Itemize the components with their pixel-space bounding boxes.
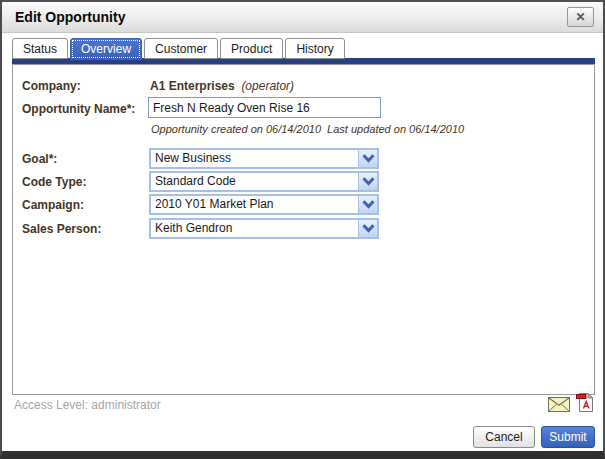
email-icon[interactable] (548, 397, 570, 412)
code-type-select[interactable]: Standard Code (149, 171, 379, 192)
sales-person-select-value: Keith Gendron (151, 220, 358, 237)
tab-customer[interactable]: Customer (144, 38, 218, 59)
goal-select-value: New Business (151, 150, 358, 167)
campaign-select-trigger[interactable] (358, 196, 377, 213)
access-level-text: Access Level: administrator (14, 398, 161, 412)
chevron-down-icon (362, 224, 375, 233)
form-panel: Company: A1 Enterprises (operator) Oppor… (12, 64, 595, 395)
footer-icon-row (548, 392, 594, 412)
goal-select[interactable]: New Business (149, 148, 379, 169)
tab-overview[interactable]: Overview (70, 38, 142, 60)
cancel-button[interactable]: Cancel (473, 426, 535, 448)
close-icon: ✕ (575, 10, 585, 24)
close-button[interactable]: ✕ (567, 7, 594, 27)
opportunity-name-label: Opportunity Name*: (22, 102, 135, 116)
chevron-down-icon (362, 200, 375, 209)
company-operator-text: (operator) (241, 79, 294, 93)
sales-person-select[interactable]: Keith Gendron (149, 218, 379, 239)
code-type-select-trigger[interactable] (358, 173, 377, 190)
sales-person-label: Sales Person: (22, 222, 101, 236)
campaign-select-value: 2010 Y01 Market Plan (151, 196, 358, 213)
company-value: A1 Enterprises (operator) (150, 79, 294, 93)
goal-label: Goal*: (22, 152, 57, 166)
dialog-button-row: Cancel Submit (473, 426, 595, 448)
campaign-select[interactable]: 2010 Y01 Market Plan (149, 194, 379, 215)
dialog-titlebar: Edit Opportunity ✕ (2, 2, 603, 33)
tab-history[interactable]: History (285, 38, 344, 59)
opportunity-note: Opportunity created on 06/14/2010 Last u… (151, 123, 464, 135)
tab-status[interactable]: Status (12, 38, 68, 59)
chevron-down-icon (362, 154, 375, 163)
campaign-label: Campaign: (22, 198, 84, 212)
edit-opportunity-dialog: Edit Opportunity ✕ Status Overview Custo… (0, 0, 605, 459)
tab-strip: Status Overview Customer Product History (12, 38, 345, 59)
dialog-title: Edit Opportunity (15, 9, 125, 25)
tab-product[interactable]: Product (220, 38, 283, 59)
company-name-text: A1 Enterprises (150, 79, 235, 93)
goal-select-trigger[interactable] (358, 150, 377, 167)
code-type-label: Code Type: (22, 175, 86, 189)
sales-person-select-trigger[interactable] (358, 220, 377, 237)
code-type-select-value: Standard Code (151, 173, 358, 190)
chevron-down-icon (362, 177, 375, 186)
company-label: Company: (22, 79, 81, 93)
opportunity-name-input[interactable] (148, 97, 381, 118)
submit-button[interactable]: Submit (541, 426, 595, 448)
pdf-icon[interactable] (576, 392, 594, 412)
